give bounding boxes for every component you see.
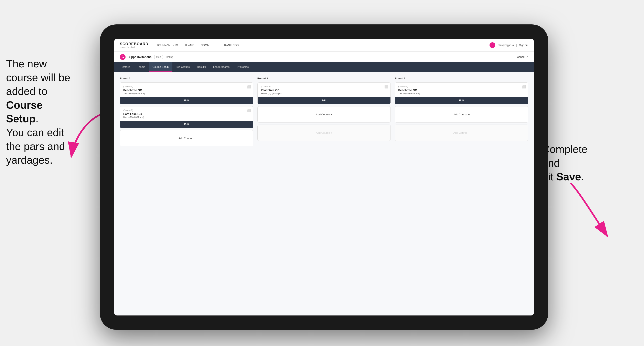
nav-committee[interactable]: COMMITTEE — [201, 43, 218, 47]
course-a-delete-r2[interactable]: ⬜ — [384, 85, 388, 89]
course-b-tee-r1: Black (M) (6891 yds) — [123, 116, 250, 119]
course-a-edit-btn-r1[interactable]: Edit — [120, 97, 253, 104]
course-a-delete-r1[interactable]: ⬜ — [247, 85, 251, 89]
powered-by: Powered by clippd — [120, 46, 148, 48]
tab-details[interactable]: Details — [118, 62, 134, 72]
clippd-logo: C — [120, 54, 126, 60]
course-a-name-r1: Peachtree GC — [123, 89, 250, 92]
course-a-label-r1: (Course A) — [123, 85, 250, 88]
navbar-right: blair@clippd.io | Sign out — [490, 42, 528, 48]
separator: | — [516, 44, 517, 47]
course-a-tee-r2: Yellow (M) (6629 yds) — [261, 92, 388, 95]
round-2-add-course[interactable]: Add Course + — [258, 106, 391, 123]
tab-course-setup[interactable]: Course Setup — [149, 62, 172, 72]
round-3-course-a: (Course A) Peachtree GC Yellow (M) (6629… — [395, 82, 528, 104]
right-annotation: Complete and hit Save. — [542, 143, 607, 184]
right-arrow — [554, 179, 620, 244]
round-2-courses: (Course A) Peachtree GC Yellow (M) (6629… — [258, 82, 391, 311]
rounds-grid: Round 1 (Course A) Peachtree GC Yellow (… — [120, 77, 528, 311]
round-1-header: Round 1 — [120, 77, 253, 80]
hosting-badge: Hosting — [165, 56, 173, 58]
nav-teams[interactable]: TEAMS — [185, 43, 194, 47]
tournament-name: Clippd Invitational — [128, 55, 152, 59]
subheader-left: C Clippd Invitational Men Hosting — [120, 54, 173, 60]
tab-leaderboards[interactable]: Leaderboards — [210, 62, 233, 72]
sign-out-link[interactable]: Sign out — [519, 44, 528, 47]
tablet-screen: SCOREBOARD Powered by clippd TOURNAMENTS… — [114, 39, 534, 316]
round-1-courses: (Course A) Peachtree GC Yellow (M) (6629… — [120, 82, 253, 311]
round-2-course-a: (Course A) Peachtree GC Yellow (M) (6629… — [258, 82, 391, 104]
round-1-course-a: (Course A) Peachtree GC Yellow (M) (6629… — [120, 82, 253, 104]
nav-tournaments[interactable]: TOURNAMENTS — [156, 43, 178, 47]
course-a-label-r2: (Course A) — [261, 85, 388, 88]
gender-badge: Men — [154, 55, 163, 59]
round-3-column: Round 3 (Course A) Peachtree GC Yellow (… — [395, 77, 528, 311]
tab-printables[interactable]: Printables — [233, 62, 252, 72]
course-b-delete-r1[interactable]: ⬜ — [247, 109, 251, 112]
course-b-label-r1: (Course B) — [123, 109, 250, 112]
left-annotation: The new course will be added to Course S… — [6, 57, 71, 167]
round-2-add-course-disabled: Add Course + — [258, 125, 391, 141]
subheader: C Clippd Invitational Men Hosting Cancel… — [114, 52, 534, 62]
add-course-disabled-r2: Add Course + — [316, 131, 332, 134]
navbar: SCOREBOARD Powered by clippd TOURNAMENTS… — [114, 39, 534, 52]
add-course-plus-r3: Add Course + — [454, 113, 470, 116]
round-3-header: Round 3 — [395, 77, 528, 80]
scoreboard-title: SCOREBOARD — [120, 42, 148, 46]
course-a-edit-wrapper-r2: Edit — [258, 97, 391, 104]
round-1-add-course[interactable]: Add Course + — [120, 130, 253, 146]
add-course-plus-r2: Add Course + — [316, 113, 332, 116]
course-a-edit-btn-r3[interactable]: Edit — [395, 97, 528, 104]
tab-bar: Details Teams Course Setup Tee Groups Re… — [114, 62, 534, 72]
round-2-column: Round 2 (Course A) Peachtree GC Yellow (… — [258, 77, 391, 311]
user-email: blair@clippd.io — [498, 44, 514, 47]
course-a-tee-r3: Yellow (M) (6629 yds) — [398, 92, 525, 95]
scoreboard-logo: SCOREBOARD Powered by clippd — [120, 42, 148, 48]
navbar-left: SCOREBOARD Powered by clippd TOURNAMENTS… — [120, 42, 239, 48]
round-1-column: Round 1 (Course A) Peachtree GC Yellow (… — [120, 77, 253, 311]
course-a-edit-wrapper-r3: Edit — [395, 97, 528, 104]
course-b-edit-btn-r1[interactable]: Edit — [120, 121, 253, 128]
course-a-delete-r3[interactable]: ⬜ — [522, 85, 526, 89]
cancel-button[interactable]: Cancel × — [517, 55, 528, 59]
add-course-plus-r1: Add Course + — [178, 137, 195, 140]
tab-results[interactable]: Results — [194, 62, 210, 72]
tab-tee-groups[interactable]: Tee Groups — [172, 62, 194, 72]
course-a-label-r3: (Course A) — [398, 85, 525, 88]
round-3-add-course[interactable]: Add Course + — [395, 106, 528, 123]
nav-rankings[interactable]: RANKINGS — [224, 43, 239, 47]
round-3-add-course-disabled: Add Course + — [395, 125, 528, 141]
course-a-tee-r1: Yellow (M) (6629 yds) — [123, 92, 250, 95]
nav-links: TOURNAMENTS TEAMS COMMITTEE RANKINGS — [156, 43, 239, 47]
course-a-edit-wrapper-r1: Edit — [120, 97, 253, 104]
round-2-header: Round 2 — [258, 77, 391, 80]
user-avatar — [490, 42, 495, 48]
tablet-device: SCOREBOARD Powered by clippd TOURNAMENTS… — [100, 24, 548, 330]
add-course-disabled-r3: Add Course + — [454, 131, 470, 134]
tab-teams[interactable]: Teams — [134, 62, 149, 72]
course-a-name-r2: Peachtree GC — [261, 89, 388, 92]
main-content: Round 1 (Course A) Peachtree GC Yellow (… — [114, 72, 534, 316]
round-1-course-b: (Course B) East Lake GC Black (M) (6891 … — [120, 106, 253, 128]
course-a-name-r3: Peachtree GC — [398, 89, 525, 92]
course-a-edit-btn-r2[interactable]: Edit — [258, 97, 391, 104]
course-b-name-r1: East Lake GC — [123, 112, 250, 116]
round-3-courses: (Course A) Peachtree GC Yellow (M) (6629… — [395, 82, 528, 311]
course-b-edit-wrapper-r1: Edit — [120, 121, 253, 128]
